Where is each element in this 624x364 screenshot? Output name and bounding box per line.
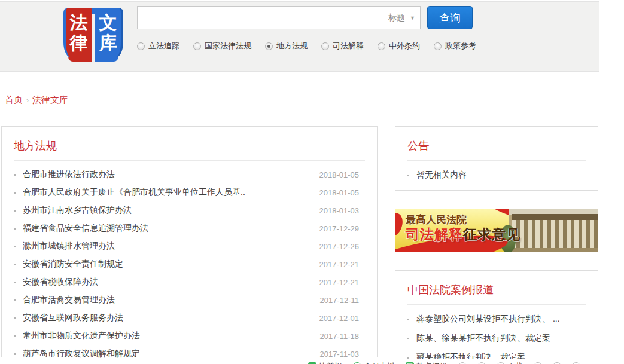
law-row: 福建省食品安全信息追溯管理办法2017-12-29 xyxy=(2,219,377,237)
law-row: 滁州市城镇排水管理办法2017-12-26 xyxy=(2,237,377,255)
law-title-link[interactable]: 安徽省消防安全责任制规定 xyxy=(23,259,312,270)
bullet-icon xyxy=(14,353,16,355)
logo-right-page: 文库 xyxy=(95,8,123,58)
courthouse-image xyxy=(509,209,598,252)
category-radio-group: 立法追踪国家法律法规地方法规司法解释中外条约政策参考 xyxy=(137,41,476,51)
law-row: 安徽省消防安全责任制规定2017-12-21 xyxy=(2,255,377,273)
logo-foot-right xyxy=(95,57,118,62)
radio-icon xyxy=(321,42,329,50)
case-row: 蓉泰塑胶公司刘某设拒不执行判决、 ... xyxy=(395,310,598,329)
breadcrumb-separator: › xyxy=(26,96,29,105)
law-date: 2017-11-03 xyxy=(319,350,359,359)
panel-title: 地方法规 xyxy=(2,127,377,160)
radio-icon xyxy=(193,42,201,50)
page: 法律 文库 标题 ▼ 查询 立法追踪国家法律法规地方法规司法解释中外条约政策参考… xyxy=(0,0,624,364)
law-row: 安徽省互联网政务服务办法2017-12-01 xyxy=(2,309,377,327)
law-list: 合肥市推进依法行政办法2018-01-05合肥市人民政府关于废止《合肥市机关事业… xyxy=(2,161,377,363)
bullet-icon xyxy=(14,192,16,194)
site-logo[interactable]: 法律 文库 xyxy=(63,4,123,70)
law-row: 常州市非物质文化遗产保护办法2017-11-18 xyxy=(2,327,377,345)
law-row: 合肥市活禽交易管理办法2017-12-11 xyxy=(2,291,377,309)
radio-icon xyxy=(137,42,145,50)
law-date: 2018-01-05 xyxy=(319,188,360,197)
list-item: 暂无相关内容 xyxy=(395,166,598,185)
play-toolbar-item[interactable]: ▶快前报 xyxy=(308,361,342,364)
breadcrumb-item-2[interactable]: 法律文库 xyxy=(32,94,68,105)
search-field-selector[interactable]: 标题 ▼ xyxy=(388,7,415,29)
law-date: 2017-11-18 xyxy=(319,332,359,341)
category-radio-政策参考[interactable]: 政策参考 xyxy=(434,41,476,51)
local-regulations-panel: 地方法规 合肥市推进依法行政办法2018-01-05合肥市人民政府关于废止《合肥… xyxy=(1,126,378,357)
law-date: 2017-12-01 xyxy=(319,314,360,323)
download-toolbar-item[interactable]: ↓下载 xyxy=(497,361,523,364)
hot-news-toolbar-item[interactable]: 回热点资讯 xyxy=(406,361,448,364)
law-date: 2017-12-11 xyxy=(319,296,359,305)
category-radio-司法解释[interactable]: 司法解释 xyxy=(321,41,364,51)
law-date: 2018-01-05 xyxy=(319,170,360,179)
radio-label: 国家法律法规 xyxy=(205,41,251,51)
supreme-court-banner[interactable]: 最高人民法院 司法解释征求意见 xyxy=(395,209,598,252)
bullet-icon xyxy=(14,246,16,247)
law-row: 合肥市人民政府关于废止《合肥市机关事业单位工作人员基..2018-01-05 xyxy=(2,183,377,201)
bullet-icon xyxy=(407,338,409,339)
toolbar-item-label: 快前报 xyxy=(319,361,342,364)
banner-text: 最高人民法院 司法解释征求意见 xyxy=(406,213,520,243)
court-cases-panel: 中国法院案例报道 蓉泰塑胶公司刘某设拒不执行判决、 ...陈某、徐某某拒不执行判… xyxy=(395,270,598,364)
category-radio-立法追踪[interactable]: 立法追踪 xyxy=(137,41,179,51)
law-date: 2017-12-21 xyxy=(319,260,360,269)
law-title-link[interactable]: 安徽省互联网政务服务办法 xyxy=(23,313,312,323)
bullet-icon xyxy=(407,175,409,176)
header: 法律 文库 标题 ▼ 查询 立法追踪国家法律法规地方法规司法解释中外条约政策参考 xyxy=(0,1,599,72)
law-date: 2017-12-29 xyxy=(319,224,360,233)
bullet-icon xyxy=(14,210,16,212)
law-title-link[interactable]: 福建省食品安全信息追溯管理办法 xyxy=(23,223,312,234)
law-title-link[interactable]: 合肥市推进依法行政办法 xyxy=(23,169,312,180)
radio-label: 地方法规 xyxy=(276,41,308,51)
search-field-label: 标题 xyxy=(388,13,405,23)
breadcrumb: 首页›法律文库 xyxy=(5,94,68,106)
category-radio-地方法规[interactable]: 地方法规 xyxy=(265,41,308,51)
radio-label: 立法追踪 xyxy=(148,41,179,51)
logo-left-page: 法律 xyxy=(63,8,92,58)
bullet-icon xyxy=(14,174,16,176)
breadcrumb-item-1[interactable]: 首页 xyxy=(5,94,23,105)
radio-label: 中外条约 xyxy=(389,41,420,51)
search-box: 标题 ▼ xyxy=(137,6,421,29)
bullet-icon xyxy=(14,317,16,319)
chevron-down-icon: ▼ xyxy=(410,15,415,21)
category-radio-中外条约[interactable]: 中外条约 xyxy=(378,41,420,51)
banner-ribbon xyxy=(395,211,406,238)
panel-title: 中国法院案例报道 xyxy=(395,271,598,304)
case-title-link[interactable]: 陈某、徐某某拒不执行判决、裁定案 xyxy=(416,333,580,344)
toolbar-item-label: 热点资讯 xyxy=(416,361,448,364)
clock-toolbar-item[interactable]: ◷会员直播 xyxy=(353,361,395,364)
law-title-link[interactable]: 苏州市江南水乡古镇保护办法 xyxy=(23,205,312,216)
law-row: 安徽省税收保障办法2017-12-21 xyxy=(2,273,377,291)
radio-icon xyxy=(434,42,442,50)
notice-panel: 公告 暂无相关内容 xyxy=(395,126,598,191)
bullet-icon xyxy=(14,335,16,337)
browser-toolbar: ▶快前报◷会员直播回热点资讯◎◅↓下载田◔▭ xyxy=(0,359,624,364)
toolbar-item-label: 会员直播 xyxy=(364,361,395,364)
search-button[interactable]: 查询 xyxy=(427,6,473,29)
bullet-icon xyxy=(14,299,16,301)
notice-empty-text: 暂无相关内容 xyxy=(416,170,580,181)
law-date: 2017-12-21 xyxy=(319,278,360,287)
panel-title: 公告 xyxy=(395,127,598,160)
category-radio-国家法律法规[interactable]: 国家法律法规 xyxy=(193,41,251,51)
law-row: 苏州市江南水乡古镇保护办法2018-01-03 xyxy=(2,201,377,219)
case-title-link[interactable]: 蓉泰塑胶公司刘某设拒不执行判决、 ... xyxy=(416,314,580,325)
law-title-link[interactable]: 滁州市城镇排水管理办法 xyxy=(23,241,312,252)
bullet-icon xyxy=(14,228,16,230)
search-input[interactable] xyxy=(138,7,420,29)
law-date: 2018-01-03 xyxy=(319,206,360,215)
law-title-link[interactable]: 安徽省税收保障办法 xyxy=(23,277,312,287)
law-title-link[interactable]: 合肥市人民政府关于废止《合肥市机关事业单位工作人员基.. xyxy=(23,187,312,198)
law-title-link[interactable]: 常州市非物质文化遗产保护办法 xyxy=(23,331,312,341)
law-title-link[interactable]: 合肥市活禽交易管理办法 xyxy=(23,295,312,305)
case-row: 陈某、徐某某拒不执行判决、裁定案 xyxy=(395,329,598,348)
law-title-link[interactable]: 葫芦岛市行政复议调解和解规定 xyxy=(23,348,312,359)
radio-label: 司法解释 xyxy=(333,41,364,51)
radio-icon xyxy=(265,42,273,50)
bullet-icon xyxy=(407,319,409,320)
